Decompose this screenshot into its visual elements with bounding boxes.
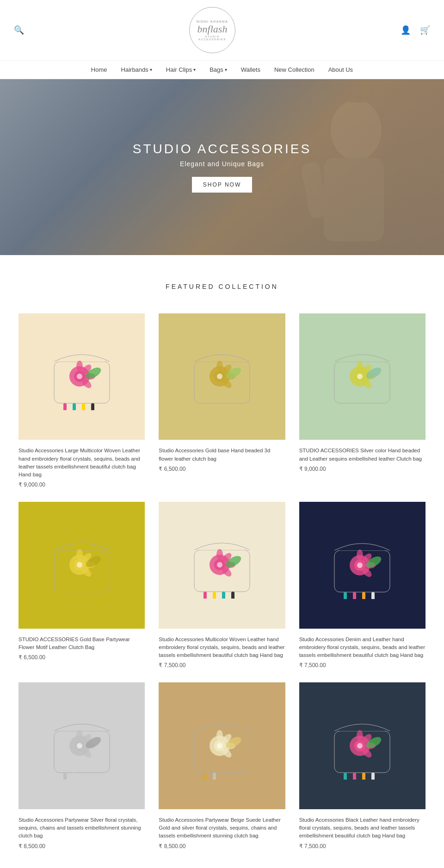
svg-rect-53 xyxy=(204,592,207,599)
product-card[interactable]: Studio Accessories Denim and Leather han… xyxy=(299,502,426,668)
logo-brand-bottom: STUDIO ACCESSORIES xyxy=(193,35,231,41)
svg-rect-101 xyxy=(344,773,347,780)
product-card[interactable]: Studio Accessories Black Leather hand em… xyxy=(299,682,426,849)
svg-point-47 xyxy=(217,562,222,568)
svg-rect-91 xyxy=(213,773,216,780)
product-price: ₹ 7,500.00 xyxy=(299,662,426,668)
logo-container[interactable]: NIDHI KHANNA bnflash STUDIO ACCESSORIES xyxy=(24,7,401,53)
svg-point-30 xyxy=(357,361,363,372)
hero-title: STUDIO ACCESSORIES xyxy=(133,142,311,156)
site-header: 🔍 NIDHI KHANNA bnflash STUDIO ACCESSORIE… xyxy=(0,0,444,61)
product-price: ₹ 7,500.00 xyxy=(299,843,426,849)
product-image xyxy=(18,682,145,809)
nav-home[interactable]: Home xyxy=(91,66,107,73)
svg-rect-14 xyxy=(73,403,76,410)
header-left-icons: 🔍 xyxy=(14,25,24,35)
svg-rect-67 xyxy=(353,592,356,599)
user-icon[interactable]: 👤 xyxy=(401,25,411,35)
product-card[interactable]: Studio Accessories Partywear Beige Suede… xyxy=(159,682,285,849)
svg-point-39 xyxy=(76,549,83,560)
svg-rect-54 xyxy=(213,592,216,599)
product-image xyxy=(299,313,426,440)
svg-point-38 xyxy=(77,562,82,568)
product-image xyxy=(299,502,426,628)
product-price: ₹ 7,500.00 xyxy=(159,662,285,668)
svg-point-21 xyxy=(216,361,223,372)
product-price: ₹ 8,500.00 xyxy=(18,843,145,849)
product-card[interactable]: STUDIO ACCESSORIES Gold Base Partywear F… xyxy=(18,502,145,668)
svg-rect-15 xyxy=(82,403,85,410)
header-right-icons: 👤 🛒 xyxy=(401,25,430,35)
svg-point-74 xyxy=(76,730,83,741)
svg-point-60 xyxy=(357,562,363,568)
svg-rect-16 xyxy=(91,403,94,410)
svg-point-96 xyxy=(357,730,363,741)
svg-rect-103 xyxy=(362,773,365,780)
product-card[interactable]: Studio Accessories Gold base Hand beaded… xyxy=(159,313,285,488)
hero-content: STUDIO ACCESSORIES Elegant and Unique Ba… xyxy=(133,142,311,193)
product-price: ₹ 9,000.00 xyxy=(299,466,426,472)
nav-new-collection[interactable]: New Collection xyxy=(274,66,314,73)
product-price: ₹ 6,500.00 xyxy=(159,466,285,472)
logo-circle: NIDHI KHANNA bnflash STUDIO ACCESSORIES xyxy=(189,7,235,53)
nav-hair-clips[interactable]: Hair Clips ▾ xyxy=(166,66,196,73)
product-title: Studio Accessories Partywear Beige Suede… xyxy=(159,816,285,840)
svg-point-29 xyxy=(357,374,363,379)
svg-rect-90 xyxy=(204,773,207,780)
section-title: FEATURED COLLECTION xyxy=(18,283,426,290)
bag-svg xyxy=(45,712,119,780)
product-image xyxy=(159,682,285,809)
product-image xyxy=(18,313,145,440)
search-icon[interactable]: 🔍 xyxy=(14,25,24,35)
bag-svg xyxy=(45,531,119,599)
product-price: ₹ 8,500.00 xyxy=(159,843,285,849)
hero-subtitle: Elegant and Unique Bags xyxy=(133,160,311,168)
chevron-down-icon: ▾ xyxy=(193,67,196,72)
product-title: Studio Accessories Large Multicolor Wove… xyxy=(18,447,145,479)
svg-point-95 xyxy=(357,743,363,749)
shop-now-button[interactable]: SHOP NOW xyxy=(192,177,252,193)
product-title: Studio Accessories Multicolor Woven Leat… xyxy=(159,636,285,660)
svg-point-85 xyxy=(216,730,223,741)
svg-rect-104 xyxy=(371,773,375,780)
svg-point-8 xyxy=(76,361,83,372)
svg-point-48 xyxy=(216,549,223,560)
cart-icon[interactable]: 🛒 xyxy=(420,25,430,35)
svg-rect-56 xyxy=(231,592,234,599)
product-image xyxy=(18,502,145,628)
product-title: STUDIO ACCESSORIES Silver color Hand bea… xyxy=(299,447,426,463)
nav-bags[interactable]: Bags ▾ xyxy=(210,66,227,73)
bag-svg xyxy=(325,712,399,780)
svg-point-7 xyxy=(77,374,82,379)
svg-rect-55 xyxy=(222,592,225,599)
svg-point-0 xyxy=(331,102,382,160)
chevron-down-icon: ▾ xyxy=(150,67,152,72)
product-card[interactable]: STUDIO ACCESSORIES Silver color Hand bea… xyxy=(299,313,426,488)
svg-point-84 xyxy=(217,743,222,749)
logo-script: bnflash xyxy=(197,23,228,35)
chevron-down-icon: ▾ xyxy=(225,67,227,72)
nav-hairbands[interactable]: Hairbands ▾ xyxy=(121,66,152,73)
nav-about-us[interactable]: About Us xyxy=(328,66,353,73)
featured-section: FEATURED COLLECTION xyxy=(0,255,444,868)
product-grid: Studio Accessories Large Multicolor Wove… xyxy=(18,313,426,849)
product-card[interactable]: Studio Accessories Large Multicolor Wove… xyxy=(18,313,145,488)
svg-rect-68 xyxy=(362,592,365,599)
svg-rect-66 xyxy=(344,592,347,599)
product-image xyxy=(159,313,285,440)
logo-brand-top: NIDHI KHANNA xyxy=(197,20,228,23)
bag-svg xyxy=(185,343,259,410)
svg-rect-80 xyxy=(73,773,76,780)
bag-svg xyxy=(45,343,119,410)
bag-svg xyxy=(185,712,259,780)
product-price: ₹ 6,500.00 xyxy=(18,654,145,661)
product-image xyxy=(159,502,285,628)
svg-rect-69 xyxy=(371,592,375,599)
product-title: Studio Accessories Black Leather hand em… xyxy=(299,816,426,840)
product-card[interactable]: Studio Accessories Partywear Silver flor… xyxy=(18,682,145,849)
product-card[interactable]: Studio Accessories Multicolor Woven Leat… xyxy=(159,502,285,668)
svg-rect-13 xyxy=(63,403,67,410)
nav-wallets[interactable]: Wallets xyxy=(241,66,260,73)
product-title: STUDIO ACCESSORIES Gold Base Partywear F… xyxy=(18,636,145,652)
svg-point-61 xyxy=(357,550,363,561)
